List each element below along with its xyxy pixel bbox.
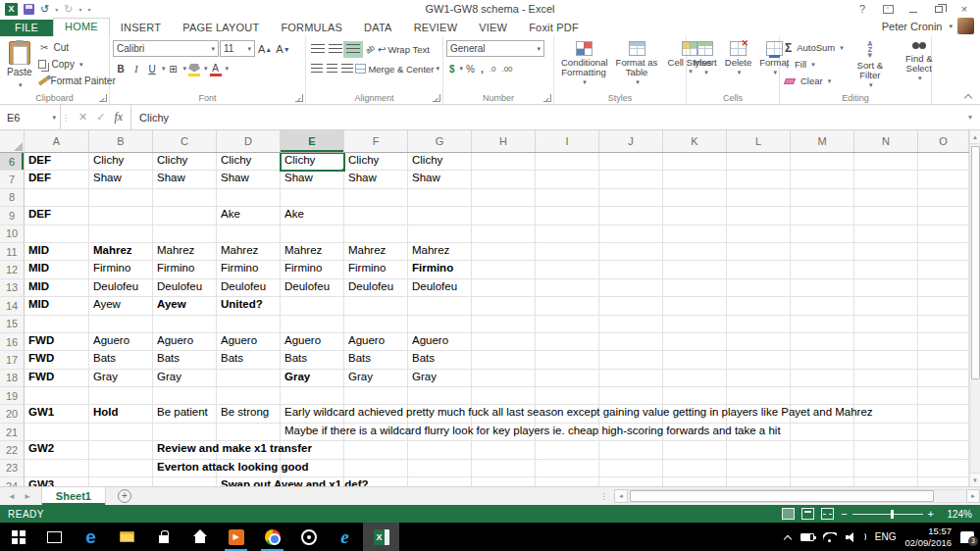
font-color-button[interactable]: A: [208, 61, 224, 76]
cell-F22[interactable]: [344, 441, 408, 459]
cell-N7[interactable]: [854, 171, 918, 188]
number-dialog-launcher[interactable]: [543, 94, 551, 102]
cell-J6[interactable]: [599, 153, 663, 171]
insert-function-icon[interactable]: fx: [114, 110, 123, 125]
cell-A15[interactable]: [25, 316, 89, 333]
scroll-right-button[interactable]: ►: [966, 489, 980, 503]
cell-E15[interactable]: [281, 316, 344, 333]
cell-J9[interactable]: [599, 207, 663, 225]
decrease-decimal-button[interactable]: .00: [501, 65, 512, 74]
cell-L7[interactable]: [727, 171, 791, 188]
cell-E12[interactable]: Firmino: [281, 261, 344, 278]
cell-H18[interactable]: [472, 370, 536, 387]
cell-K12[interactable]: [663, 261, 727, 278]
cell-I23[interactable]: [536, 460, 599, 477]
ribbon-display-options-button[interactable]: ^: [876, 1, 900, 17]
clipboard-dialog-launcher[interactable]: [99, 94, 107, 102]
cell-M11[interactable]: [791, 243, 854, 261]
cell-C20[interactable]: Be patient: [153, 405, 217, 423]
row-header-23[interactable]: 23: [0, 460, 25, 477]
cell-J17[interactable]: [599, 351, 663, 369]
cell-B14[interactable]: Ayew: [89, 297, 153, 315]
cell-B15[interactable]: [89, 316, 153, 333]
fill-handle[interactable]: [341, 168, 344, 171]
cell-C6[interactable]: Clichy: [153, 153, 217, 171]
row-header-15[interactable]: 15: [0, 316, 25, 333]
cell-O7[interactable]: [918, 171, 969, 188]
cell-G10[interactable]: [408, 225, 472, 243]
tab-formulas[interactable]: FORMULAS: [270, 20, 353, 36]
cell-B11[interactable]: Mahrez: [89, 243, 153, 261]
column-header-H[interactable]: H: [472, 130, 536, 152]
cell-A12[interactable]: MID: [25, 261, 89, 278]
cell-B18[interactable]: Gray: [89, 370, 153, 387]
cell-J19[interactable]: [599, 387, 663, 405]
cell-C17[interactable]: Bats: [153, 351, 217, 369]
cell-E20[interactable]: Early wildcard achieved pretty much fuck…: [281, 405, 344, 423]
cell-G13[interactable]: Deulofeu: [408, 279, 472, 297]
help-button[interactable]: ?: [851, 1, 874, 17]
new-sheet-button[interactable]: +: [118, 489, 131, 503]
cell-J13[interactable]: [599, 279, 663, 297]
horizontal-scrollbar[interactable]: [628, 489, 966, 503]
column-header-C[interactable]: C: [153, 130, 217, 152]
cell-F16[interactable]: Aguero: [344, 333, 408, 351]
cell-I7[interactable]: [536, 171, 599, 188]
normal-view-button[interactable]: [782, 508, 795, 520]
cell-H24[interactable]: [472, 477, 536, 486]
tab-data[interactable]: DATA: [353, 20, 403, 36]
column-header-I[interactable]: I: [536, 130, 599, 152]
column-header-G[interactable]: G: [408, 130, 472, 152]
cell-I18[interactable]: [536, 370, 599, 387]
cell-F6[interactable]: Clichy: [344, 153, 408, 171]
column-header-N[interactable]: N: [854, 130, 918, 152]
row-header-24[interactable]: 24: [0, 477, 25, 486]
cell-A17[interactable]: FWD: [25, 351, 89, 369]
cell-K14[interactable]: [663, 297, 727, 315]
cell-G19[interactable]: [408, 387, 472, 405]
movies-tv-taskbar-button[interactable]: [218, 523, 254, 551]
cell-A11[interactable]: MID: [25, 243, 89, 261]
cell-B19[interactable]: [89, 387, 153, 405]
wifi-icon[interactable]: [823, 532, 837, 542]
cell-I14[interactable]: [536, 297, 599, 315]
battery-icon[interactable]: [800, 533, 814, 541]
cell-L24[interactable]: [727, 477, 791, 486]
tab-scrollbar-splitter[interactable]: ⋮: [599, 491, 608, 501]
cell-G8[interactable]: [408, 189, 472, 207]
cell-C10[interactable]: [153, 225, 217, 243]
cell-B17[interactable]: Bats: [89, 351, 153, 369]
cell-D24[interactable]: Swap out Ayew and x1 def?: [217, 477, 281, 486]
cell-D9[interactable]: Ake: [217, 207, 281, 225]
column-header-A[interactable]: A: [25, 130, 89, 152]
scroll-up-button[interactable]: ▲: [970, 130, 980, 144]
cell-N15[interactable]: [854, 316, 918, 333]
sheet-tab-sheet1[interactable]: Sheet1: [41, 487, 106, 505]
internet-explorer-taskbar-button[interactable]: [327, 523, 363, 551]
cell-M6[interactable]: [791, 153, 854, 171]
cell-O15[interactable]: [918, 316, 969, 333]
cell-B21[interactable]: [89, 424, 153, 441]
cell-N16[interactable]: [854, 333, 918, 351]
cell-C23[interactable]: Everton attack looking good: [153, 460, 217, 477]
cell-G18[interactable]: Gray: [408, 370, 472, 387]
cell-I15[interactable]: [536, 316, 599, 333]
cell-N19[interactable]: [854, 387, 918, 405]
row-header-6[interactable]: 6: [0, 153, 25, 171]
top-align-button[interactable]: [311, 44, 325, 55]
zoom-in-button[interactable]: +: [928, 509, 934, 519]
zoom-slider[interactable]: [852, 514, 923, 515]
cell-B16[interactable]: Aguero: [89, 333, 153, 351]
tab-file[interactable]: FILE: [0, 20, 53, 36]
wrap-text-button[interactable]: Wrap Text: [387, 44, 429, 55]
cell-M19[interactable]: [791, 387, 854, 405]
cell-G9[interactable]: [408, 207, 472, 225]
restore-button[interactable]: [927, 1, 951, 17]
cell-M12[interactable]: [791, 261, 854, 278]
cell-I10[interactable]: [536, 225, 599, 243]
cell-J24[interactable]: [599, 477, 663, 486]
cell-N13[interactable]: [854, 279, 918, 297]
cell-O8[interactable]: [918, 189, 969, 207]
cell-A18[interactable]: FWD: [25, 370, 89, 387]
cell-H6[interactable]: [472, 153, 536, 171]
